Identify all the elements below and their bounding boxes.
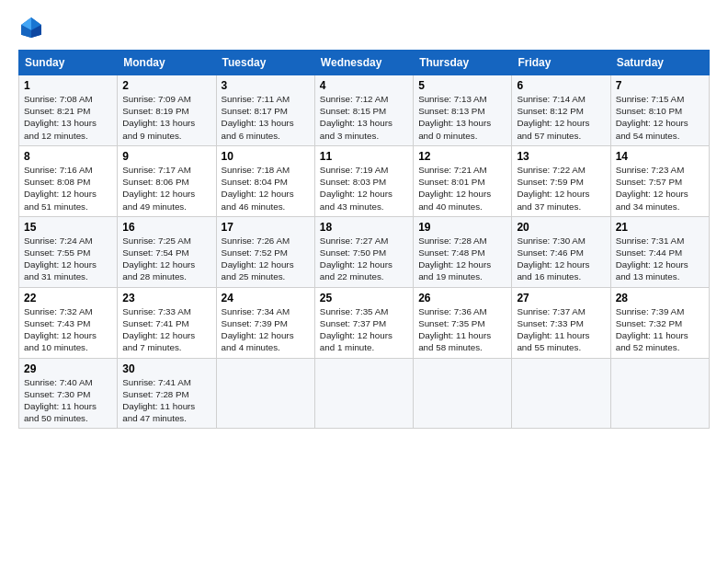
table-cell: 23Sunrise: 7:33 AMSunset: 7:41 PMDayligh… (118, 287, 216, 358)
table-cell (512, 358, 610, 429)
day-number: 30 (122, 362, 210, 375)
table-cell: 12Sunrise: 7:21 AMSunset: 8:01 PMDayligh… (414, 145, 512, 216)
day-number: 25 (320, 292, 408, 304)
table-cell: 24Sunrise: 7:34 AMSunset: 7:39 PMDayligh… (216, 287, 314, 358)
day-detail: Sunrise: 7:39 AMSunset: 7:32 PMDaylight:… (616, 306, 688, 353)
table-cell: 15Sunrise: 7:24 AMSunset: 7:55 PMDayligh… (19, 216, 118, 287)
table-cell: 26Sunrise: 7:36 AMSunset: 7:35 PMDayligh… (414, 287, 512, 358)
table-cell: 19Sunrise: 7:28 AMSunset: 7:48 PMDayligh… (414, 216, 512, 287)
table-cell: 2Sunrise: 7:09 AMSunset: 8:19 PMDaylight… (118, 75, 216, 146)
day-number: 28 (616, 292, 704, 304)
day-detail: Sunrise: 7:12 AMSunset: 8:15 PMDaylight:… (320, 94, 392, 141)
day-number: 5 (418, 79, 506, 92)
table-cell: 28Sunrise: 7:39 AMSunset: 7:32 PMDayligh… (610, 287, 709, 358)
table-cell: 3Sunrise: 7:11 AMSunset: 8:17 PMDaylight… (216, 75, 314, 146)
day-detail: Sunrise: 7:26 AMSunset: 7:52 PMDaylight:… (222, 236, 294, 282)
table-cell: 17Sunrise: 7:26 AMSunset: 7:52 PMDayligh… (216, 216, 314, 287)
day-number: 12 (418, 150, 506, 163)
day-detail: Sunrise: 7:40 AMSunset: 7:30 PMDaylight:… (24, 377, 97, 424)
day-number: 29 (24, 362, 112, 375)
table-cell (314, 358, 413, 429)
table-cell (414, 358, 512, 429)
day-number: 8 (24, 150, 112, 163)
table-row: 22Sunrise: 7:32 AMSunset: 7:43 PMDayligh… (19, 287, 710, 358)
col-friday: Friday (512, 51, 610, 75)
col-thursday: Thursday (414, 51, 512, 75)
day-number: 19 (418, 221, 506, 234)
day-detail: Sunrise: 7:09 AMSunset: 8:19 PMDaylight:… (122, 94, 195, 141)
day-number: 16 (122, 221, 210, 234)
day-detail: Sunrise: 7:24 AMSunset: 7:55 PMDaylight:… (24, 236, 97, 282)
day-detail: Sunrise: 7:17 AMSunset: 8:06 PMDaylight:… (122, 165, 195, 212)
table-cell: 11Sunrise: 7:19 AMSunset: 8:03 PMDayligh… (314, 145, 413, 216)
day-detail: Sunrise: 7:18 AMSunset: 8:04 PMDaylight:… (222, 165, 294, 212)
day-number: 20 (517, 221, 605, 234)
logo (18, 15, 48, 40)
table-cell: 6Sunrise: 7:14 AMSunset: 8:12 PMDaylight… (512, 75, 610, 146)
table-row: 8Sunrise: 7:16 AMSunset: 8:08 PMDaylight… (19, 145, 710, 216)
day-detail: Sunrise: 7:34 AMSunset: 7:39 PMDaylight:… (222, 306, 294, 353)
day-number: 1 (24, 79, 112, 92)
table-cell: 5Sunrise: 7:13 AMSunset: 8:13 PMDaylight… (414, 75, 512, 146)
table-row: 29Sunrise: 7:40 AMSunset: 7:30 PMDayligh… (19, 358, 710, 429)
table-cell: 9Sunrise: 7:17 AMSunset: 8:06 PMDaylight… (118, 145, 216, 216)
day-number: 27 (517, 292, 605, 304)
table-cell: 18Sunrise: 7:27 AMSunset: 7:50 PMDayligh… (314, 216, 413, 287)
page: Sunday Monday Tuesday Wednesday Thursday… (0, 0, 728, 563)
day-number: 13 (517, 150, 605, 163)
table-cell: 22Sunrise: 7:32 AMSunset: 7:43 PMDayligh… (19, 287, 118, 358)
table-cell: 21Sunrise: 7:31 AMSunset: 7:44 PMDayligh… (610, 216, 709, 287)
table-cell: 8Sunrise: 7:16 AMSunset: 8:08 PMDaylight… (19, 145, 118, 216)
day-detail: Sunrise: 7:13 AMSunset: 8:13 PMDaylight:… (418, 94, 491, 141)
col-sunday: Sunday (19, 51, 118, 75)
day-detail: Sunrise: 7:37 AMSunset: 7:33 PMDaylight:… (517, 306, 589, 353)
day-detail: Sunrise: 7:11 AMSunset: 8:17 PMDaylight:… (222, 94, 294, 141)
table-cell: 1Sunrise: 7:08 AMSunset: 8:21 PMDaylight… (19, 75, 118, 146)
table-cell (610, 358, 709, 429)
table-cell: 20Sunrise: 7:30 AMSunset: 7:46 PMDayligh… (512, 216, 610, 287)
col-monday: Monday (118, 51, 216, 75)
day-number: 24 (222, 292, 310, 304)
table-cell: 13Sunrise: 7:22 AMSunset: 7:59 PMDayligh… (512, 145, 610, 216)
header-row: Sunday Monday Tuesday Wednesday Thursday… (19, 51, 710, 75)
header (18, 15, 710, 40)
table-header: Sunday Monday Tuesday Wednesday Thursday… (19, 51, 710, 75)
day-number: 14 (616, 150, 704, 163)
day-detail: Sunrise: 7:41 AMSunset: 7:28 PMDaylight:… (122, 377, 195, 424)
day-detail: Sunrise: 7:15 AMSunset: 8:10 PMDaylight:… (616, 94, 688, 141)
day-number: 3 (222, 79, 310, 92)
table-row: 15Sunrise: 7:24 AMSunset: 7:55 PMDayligh… (19, 216, 710, 287)
day-detail: Sunrise: 7:32 AMSunset: 7:43 PMDaylight:… (24, 306, 97, 353)
day-number: 11 (320, 150, 408, 163)
table-cell: 4Sunrise: 7:12 AMSunset: 8:15 PMDaylight… (314, 75, 413, 146)
day-detail: Sunrise: 7:23 AMSunset: 7:57 PMDaylight:… (616, 165, 688, 212)
table-row: 1Sunrise: 7:08 AMSunset: 8:21 PMDaylight… (19, 75, 710, 146)
col-saturday: Saturday (610, 51, 709, 75)
table-cell: 14Sunrise: 7:23 AMSunset: 7:57 PMDayligh… (610, 145, 709, 216)
day-number: 4 (320, 79, 408, 92)
table-cell: 10Sunrise: 7:18 AMSunset: 8:04 PMDayligh… (216, 145, 314, 216)
day-detail: Sunrise: 7:21 AMSunset: 8:01 PMDaylight:… (418, 165, 491, 212)
table-cell: 16Sunrise: 7:25 AMSunset: 7:54 PMDayligh… (118, 216, 216, 287)
day-detail: Sunrise: 7:22 AMSunset: 7:59 PMDaylight:… (517, 165, 589, 212)
day-detail: Sunrise: 7:16 AMSunset: 8:08 PMDaylight:… (24, 165, 97, 212)
day-detail: Sunrise: 7:08 AMSunset: 8:21 PMDaylight:… (24, 94, 97, 141)
day-detail: Sunrise: 7:31 AMSunset: 7:44 PMDaylight:… (616, 236, 688, 282)
table-cell: 25Sunrise: 7:35 AMSunset: 7:37 PMDayligh… (314, 287, 413, 358)
day-number: 7 (616, 79, 704, 92)
day-detail: Sunrise: 7:25 AMSunset: 7:54 PMDaylight:… (122, 236, 195, 282)
day-detail: Sunrise: 7:14 AMSunset: 8:12 PMDaylight:… (517, 94, 589, 141)
calendar-table: Sunday Monday Tuesday Wednesday Thursday… (18, 50, 710, 429)
day-number: 22 (24, 292, 112, 304)
day-number: 17 (222, 221, 310, 234)
day-number: 23 (122, 292, 210, 304)
table-cell (216, 358, 314, 429)
col-wednesday: Wednesday (314, 51, 413, 75)
day-detail: Sunrise: 7:35 AMSunset: 7:37 PMDaylight:… (320, 306, 392, 353)
logo-icon (18, 15, 44, 40)
day-number: 9 (122, 150, 210, 163)
day-number: 10 (222, 150, 310, 163)
table-cell: 29Sunrise: 7:40 AMSunset: 7:30 PMDayligh… (19, 358, 118, 429)
col-tuesday: Tuesday (216, 51, 314, 75)
table-cell: 27Sunrise: 7:37 AMSunset: 7:33 PMDayligh… (512, 287, 610, 358)
